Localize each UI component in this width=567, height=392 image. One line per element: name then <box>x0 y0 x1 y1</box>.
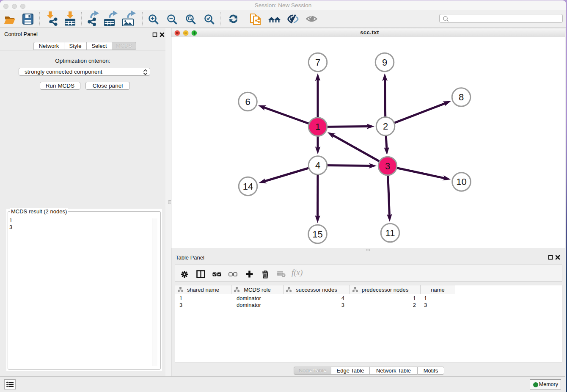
svg-text:11: 11 <box>385 228 395 238</box>
svg-text:6: 6 <box>245 97 250 107</box>
svg-text:3: 3 <box>385 161 390 171</box>
svg-text:10: 10 <box>456 177 466 187</box>
svg-text:4: 4 <box>315 160 320 171</box>
svg-text:15: 15 <box>312 229 322 240</box>
svg-text:1: 1 <box>315 121 320 132</box>
svg-text:8: 8 <box>459 92 464 102</box>
svg-text:14: 14 <box>243 181 253 192</box>
svg-text:7: 7 <box>315 57 320 68</box>
svg-text:2: 2 <box>383 121 388 132</box>
svg-text:9: 9 <box>382 57 387 68</box>
